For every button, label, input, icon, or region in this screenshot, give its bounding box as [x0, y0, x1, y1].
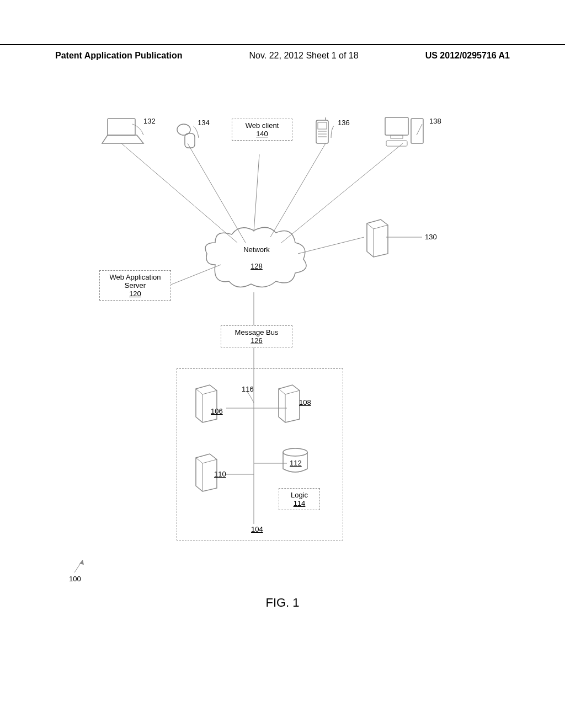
svg-rect-22	[318, 122, 327, 129]
ref-110: 110	[214, 470, 226, 478]
cellphone-icon	[312, 116, 334, 149]
svg-rect-30	[386, 141, 407, 146]
desktop-icon	[381, 113, 430, 152]
ref-130: 130	[425, 233, 437, 241]
svg-line-42	[285, 390, 300, 394]
message-bus-box: Message Bus 126	[221, 325, 292, 347]
ref-100: 100	[69, 575, 81, 583]
svg-line-41	[279, 389, 285, 394]
web-app-num: 120	[129, 290, 141, 298]
header-right: US 2012/0295716 A1	[425, 51, 510, 61]
svg-rect-27	[385, 117, 408, 135]
ref-136: 136	[338, 119, 350, 127]
svg-line-2	[254, 154, 259, 232]
svg-line-37	[196, 389, 202, 394]
server-130-icon	[361, 215, 395, 259]
svg-point-47	[283, 448, 307, 456]
svg-marker-18	[102, 135, 143, 143]
web-app-server-box: Web Application Server 120	[99, 270, 171, 301]
network-label: Network 128	[237, 245, 276, 270]
network-title: Network	[243, 245, 270, 254]
svg-marker-31	[367, 220, 388, 257]
header-left: Patent Application Publication	[55, 51, 183, 61]
msgbus-num: 126	[250, 336, 263, 345]
ref-116: 116	[242, 385, 254, 393]
page-header: Patent Application Publication Nov. 22, …	[0, 44, 565, 61]
network-num: 128	[250, 262, 263, 270]
svg-rect-29	[411, 119, 423, 143]
ref-132: 132	[143, 117, 156, 125]
svg-line-33	[367, 223, 374, 229]
logic-title: Logic	[291, 491, 308, 499]
web-app-title: Web Application Server	[110, 273, 161, 290]
web-client-title: Web client	[246, 121, 279, 130]
ref-106: 106	[211, 407, 223, 415]
figure-label: FIG. 1	[0, 596, 565, 610]
svg-line-45	[196, 458, 202, 463]
ref-108: 108	[299, 398, 311, 406]
svg-marker-35	[196, 385, 217, 422]
ref-112: 112	[290, 459, 302, 467]
ref-134: 134	[198, 119, 210, 127]
svg-line-34	[374, 225, 388, 229]
logic-num: 114	[294, 499, 306, 507]
logic-box: Logic 114	[279, 488, 320, 510]
ref-104: 104	[251, 525, 263, 533]
msgbus-title: Message Bus	[235, 328, 279, 336]
ref-138: 138	[429, 117, 441, 125]
server-106-icon	[190, 381, 223, 425]
svg-rect-20	[185, 133, 195, 148]
laptop-icon	[99, 116, 149, 149]
diagram: 132 134 Web client 140 136 138 Network 1…	[55, 110, 497, 607]
web-client-num: 140	[256, 130, 268, 138]
svg-marker-39	[279, 385, 300, 422]
svg-rect-17	[108, 119, 135, 135]
header-center: Nov. 22, 2012 Sheet 1 of 18	[249, 51, 359, 61]
web-client-box: Web client 140	[232, 119, 292, 141]
svg-line-46	[202, 459, 217, 463]
svg-rect-28	[391, 135, 403, 138]
svg-line-38	[202, 390, 217, 394]
